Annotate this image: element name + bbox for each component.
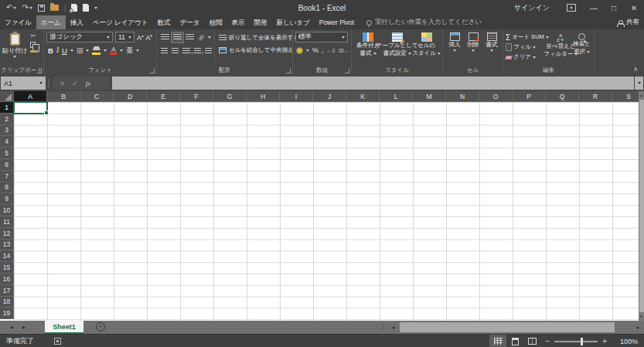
comma-style-button[interactable]: ,: [322, 46, 324, 54]
column-header-e[interactable]: E: [147, 91, 180, 102]
find-select-button[interactable]: 検索と 選択: [571, 32, 592, 66]
bottom-align-button[interactable]: [186, 34, 194, 41]
column-header-a[interactable]: A: [14, 91, 47, 102]
number-format-select[interactable]: 標準: [295, 32, 348, 43]
scroll-down-icon[interactable]: ▾: [639, 312, 644, 321]
column-header-s[interactable]: S: [612, 91, 639, 102]
maximize-button[interactable]: □: [604, 4, 624, 12]
row-header-2[interactable]: 2: [0, 114, 14, 125]
share-button[interactable]: 共有: [618, 15, 639, 29]
font-size-select[interactable]: 11: [115, 32, 135, 43]
sheet-tab-sheet1[interactable]: Sheet1: [45, 321, 83, 334]
row-header-7[interactable]: 7: [0, 171, 14, 182]
minimize-button[interactable]: —: [584, 4, 604, 12]
decrease-indent-button[interactable]: ◂: [194, 48, 201, 55]
chevron-down-icon[interactable]: [120, 49, 123, 52]
column-header-d[interactable]: D: [114, 91, 147, 102]
tab-power-pivot[interactable]: Power Pivot: [315, 15, 359, 29]
sign-in-button[interactable]: サインイン: [505, 3, 559, 13]
column-header-h[interactable]: H: [247, 91, 280, 102]
scroll-up-icon[interactable]: ▴: [639, 91, 644, 100]
horizontal-splitter[interactable]: [383, 324, 384, 331]
horizontal-scroll-thumb[interactable]: [400, 322, 615, 332]
ribbon-display-options-icon[interactable]: [567, 4, 576, 12]
row-header-11[interactable]: 11: [0, 216, 14, 228]
tab-view[interactable]: 表示: [227, 15, 249, 29]
italic-button[interactable]: I: [56, 46, 59, 55]
chevron-down-icon[interactable]: [136, 49, 139, 52]
page-break-view-button[interactable]: [523, 335, 540, 347]
cut-button[interactable]: ✂: [30, 33, 37, 39]
row-header-1[interactable]: 1: [0, 102, 14, 114]
new-sheet-button[interactable]: +: [96, 322, 105, 332]
tab-insert[interactable]: 挿入: [66, 15, 88, 29]
row-header-19[interactable]: 19: [0, 308, 14, 319]
increase-indent-button[interactable]: ▸: [205, 48, 212, 55]
align-left-button[interactable]: [161, 48, 168, 55]
column-header-f[interactable]: F: [180, 91, 213, 102]
name-box-splitter[interactable]: [48, 80, 49, 87]
normal-view-button[interactable]: [489, 335, 506, 347]
insert-function-button[interactable]: fx: [86, 80, 91, 87]
format-painter-button[interactable]: [30, 50, 37, 53]
vertical-scrollbar[interactable]: ▴ ▾: [639, 91, 644, 321]
merge-center-button[interactable]: セルを結合して中央揃え: [219, 46, 299, 54]
close-button[interactable]: ✕: [624, 4, 644, 12]
tab-file[interactable]: ファイル: [0, 15, 36, 29]
zoom-out-button[interactable]: −: [540, 337, 554, 345]
percent-style-button[interactable]: %: [312, 46, 319, 54]
row-header-4[interactable]: 4: [0, 136, 14, 148]
decrease-font-size-button[interactable]: A▾: [146, 33, 153, 42]
format-cells-button[interactable]: 書式: [482, 32, 501, 66]
scroll-left-icon[interactable]: ◂: [388, 321, 398, 334]
name-box[interactable]: A1: [1, 77, 46, 90]
column-header-n[interactable]: N: [446, 91, 479, 102]
zoom-slider[interactable]: [554, 341, 598, 342]
row-header-5[interactable]: 5: [0, 148, 14, 159]
open-icon[interactable]: [50, 5, 59, 11]
phonetic-guide-button[interactable]: 亜: [126, 46, 133, 55]
orientation-button[interactable]: ab: [197, 33, 205, 41]
expand-formula-bar-button[interactable]: [635, 77, 643, 90]
tab-new-tab[interactable]: 新しいタブ: [271, 15, 314, 29]
chevron-down-icon[interactable]: [86, 49, 89, 52]
row-header-15[interactable]: 15: [0, 262, 14, 274]
enter-icon[interactable]: ✓: [72, 80, 78, 87]
scroll-right-icon[interactable]: ▸: [633, 321, 643, 334]
column-header-j[interactable]: J: [313, 91, 346, 102]
column-header-r[interactable]: R: [579, 91, 612, 102]
new-document-icon[interactable]: [83, 4, 89, 12]
previous-sheet-icon[interactable]: ◂: [6, 321, 17, 334]
tab-data[interactable]: データ: [175, 15, 204, 29]
font-dialog-launcher[interactable]: [150, 69, 155, 73]
column-header-k[interactable]: K: [346, 91, 380, 102]
select-all-button[interactable]: [0, 91, 14, 102]
row-header-18[interactable]: 18: [0, 297, 14, 308]
format-as-table-button[interactable]: テーブルとして 書式設定: [382, 32, 412, 66]
tab-developer[interactable]: 開発: [249, 15, 271, 29]
tab-page-layout[interactable]: ページ レイアウト: [88, 15, 153, 29]
formula-input[interactable]: [112, 77, 634, 90]
cancel-icon[interactable]: ×: [60, 80, 64, 87]
delete-cells-button[interactable]: 削除: [464, 32, 482, 66]
borders-button[interactable]: ⊞: [77, 47, 83, 55]
column-header-q[interactable]: Q: [546, 91, 579, 102]
fill-color-button[interactable]: [92, 46, 101, 55]
column-header-g[interactable]: G: [213, 91, 247, 102]
underline-button[interactable]: U: [62, 46, 67, 55]
row-header-3[interactable]: 3: [0, 125, 14, 137]
copy-button[interactable]: [30, 42, 36, 48]
redo-button[interactable]: ↷: [22, 0, 32, 15]
row-header-13[interactable]: 13: [0, 240, 14, 251]
insert-cells-button[interactable]: 挿入: [445, 32, 464, 66]
tell-me-box[interactable]: 実行したい作業を入力してください: [366, 15, 482, 29]
vertical-scroll-thumb[interactable]: [639, 100, 644, 312]
chevron-down-icon[interactable]: [208, 36, 211, 39]
row-header-14[interactable]: 14: [0, 250, 14, 262]
align-center-button[interactable]: [172, 48, 179, 55]
row-header-6[interactable]: 6: [0, 159, 14, 171]
zoom-slider-thumb[interactable]: [581, 338, 583, 345]
number-dialog-launcher[interactable]: [345, 69, 349, 73]
font-color-button[interactable]: A: [110, 46, 117, 55]
row-header-9[interactable]: 9: [0, 193, 14, 205]
